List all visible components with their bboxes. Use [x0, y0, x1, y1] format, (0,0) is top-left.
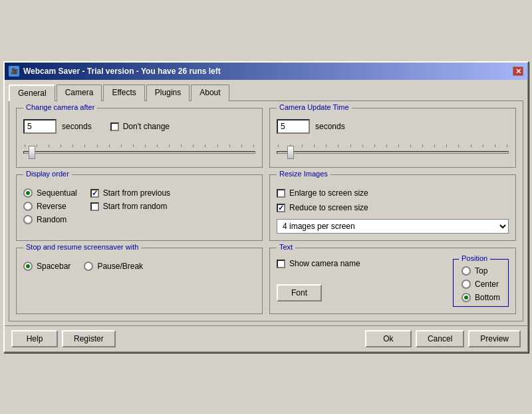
radio-random[interactable] — [23, 215, 33, 224]
tab-effects[interactable]: Effects — [103, 85, 144, 101]
radio-center-label: Center — [475, 280, 499, 289]
images-per-screen-dropdown[interactable]: 1 image per screen 2 images per screen 4… — [277, 219, 509, 234]
radio-random-row: Random — [23, 215, 77, 224]
content-area: Change camera after seconds Don't change — [9, 101, 523, 321]
radio-bottom-row: Bottom — [462, 293, 500, 302]
enlarge-label: Enlarge to screen size — [289, 188, 368, 198]
radio-sequential[interactable] — [23, 188, 33, 198]
reduce-label: Reduce to screen size — [289, 203, 368, 212]
radio-reverse-row: Reverse — [23, 202, 77, 211]
change-camera-slider-track — [23, 151, 255, 154]
radio-spacebar[interactable] — [23, 262, 33, 271]
checkbox-start-prev-row: Start from previous — [90, 188, 170, 198]
stop-resume-label: Stop and resume screensaver with — [23, 243, 141, 251]
radio-random-label: Random — [37, 215, 66, 224]
radio-bottom-label: Bottom — [475, 293, 500, 302]
camera-update-label: Camera Update Time — [277, 103, 352, 111]
window-title: Webcam Saver - Trial version - You have … — [23, 67, 221, 76]
radio-pause-break-label: Pause/Break — [97, 262, 143, 271]
resize-images-panel: Resize Images Enlarge to screen size Red… — [269, 174, 516, 241]
checkbox-reduce[interactable] — [277, 204, 285, 212]
tab-bar: General Camera Effects Plugins About — [5, 80, 527, 101]
position-box: Position Top Center — [453, 259, 509, 307]
change-camera-unit: seconds — [62, 122, 92, 131]
tab-general[interactable]: General — [9, 85, 55, 101]
row-display-resize: Display order Sequentual Reverse — [16, 174, 516, 241]
display-order-radio-group: Sequentual Reverse Random — [23, 188, 77, 224]
camera-update-input[interactable] — [277, 119, 310, 134]
row-stop-text: Stop and resume screensaver with Spaceba… — [16, 248, 516, 314]
checkbox-show-camera-name[interactable] — [277, 260, 285, 268]
radio-bottom[interactable] — [462, 293, 471, 302]
checkbox-start-random[interactable] — [90, 202, 99, 211]
radio-spacebar-row: Spacebar — [23, 262, 70, 271]
checkbox-start-random-row: Start from random — [90, 202, 170, 211]
resize-images-label: Resize Images — [277, 170, 331, 178]
radio-spacebar-label: Spacebar — [37, 262, 70, 271]
radio-reverse-label: Reverse — [37, 202, 66, 211]
enlarge-row: Enlarge to screen size — [277, 188, 509, 198]
tab-camera[interactable]: Camera — [57, 85, 102, 101]
checkbox-start-random-label: Start from random — [103, 202, 168, 211]
camera-update-slider-thumb[interactable] — [287, 146, 294, 159]
checkbox-enlarge[interactable] — [277, 189, 285, 198]
radio-pause-break-row: Pause/Break — [84, 262, 143, 271]
display-order-checkbox-group: Start from previous Start from random — [90, 188, 170, 224]
change-camera-slider-thumb[interactable] — [29, 146, 35, 159]
register-button[interactable]: Register — [62, 330, 116, 347]
radio-top-row: Top — [462, 266, 500, 276]
text-section-label: Text — [277, 243, 295, 251]
radio-top[interactable] — [462, 266, 471, 276]
help-button[interactable]: Help — [11, 330, 58, 347]
checkbox-start-previous[interactable] — [90, 189, 99, 198]
radio-top-label: Top — [475, 266, 487, 276]
radio-sequential-row: Sequentual — [23, 188, 77, 198]
reduce-row: Reduce to screen size — [277, 203, 509, 212]
change-camera-label: Change camera after — [23, 103, 97, 111]
camera-update-panel: Camera Update Time seconds — [269, 108, 516, 168]
dont-change-label: Don't change — [123, 122, 170, 131]
app-icon: 🎥 — [9, 66, 19, 77]
ok-button[interactable]: Ok — [365, 330, 412, 347]
close-button[interactable]: ✕ — [513, 67, 523, 76]
radio-center[interactable] — [462, 280, 471, 289]
change-camera-input[interactable] — [23, 119, 57, 134]
position-label: Position — [459, 254, 490, 262]
cancel-button[interactable]: Cancel — [416, 330, 464, 347]
tab-about[interactable]: About — [191, 85, 229, 101]
row-timers: Change camera after seconds Don't change — [16, 108, 516, 168]
main-window: 🎥 Webcam Saver - Trial version - You hav… — [3, 61, 529, 353]
radio-reverse[interactable] — [23, 202, 33, 211]
show-camera-name-row: Show camera name — [277, 259, 446, 268]
bottom-buttons-bar: Help Register Ok Cancel Preview — [5, 325, 527, 351]
font-button[interactable]: Font — [277, 284, 322, 302]
change-camera-panel: Change camera after seconds Don't change — [16, 108, 263, 168]
dont-change-checkbox[interactable] — [110, 122, 119, 131]
camera-update-unit: seconds — [315, 122, 345, 131]
show-camera-name-label: Show camera name — [289, 259, 360, 268]
stop-resume-panel: Stop and resume screensaver with Spaceba… — [16, 248, 263, 314]
titlebar: 🎥 Webcam Saver - Trial version - You hav… — [5, 63, 527, 80]
camera-update-slider-track — [277, 151, 509, 154]
tab-plugins[interactable]: Plugins — [146, 85, 190, 101]
change-camera-slider-container — [23, 144, 255, 160]
display-order-label: Display order — [23, 170, 72, 178]
radio-pause-break[interactable] — [84, 262, 93, 271]
camera-update-slider-container — [277, 144, 509, 160]
display-order-panel: Display order Sequentual Reverse — [16, 174, 263, 241]
radio-sequential-label: Sequentual — [37, 188, 77, 198]
text-position-panel: Text Show camera name Font Position — [269, 248, 516, 314]
preview-button[interactable]: Preview — [468, 330, 521, 347]
checkbox-start-prev-label: Start from previous — [103, 188, 170, 198]
radio-center-row: Center — [462, 280, 500, 289]
